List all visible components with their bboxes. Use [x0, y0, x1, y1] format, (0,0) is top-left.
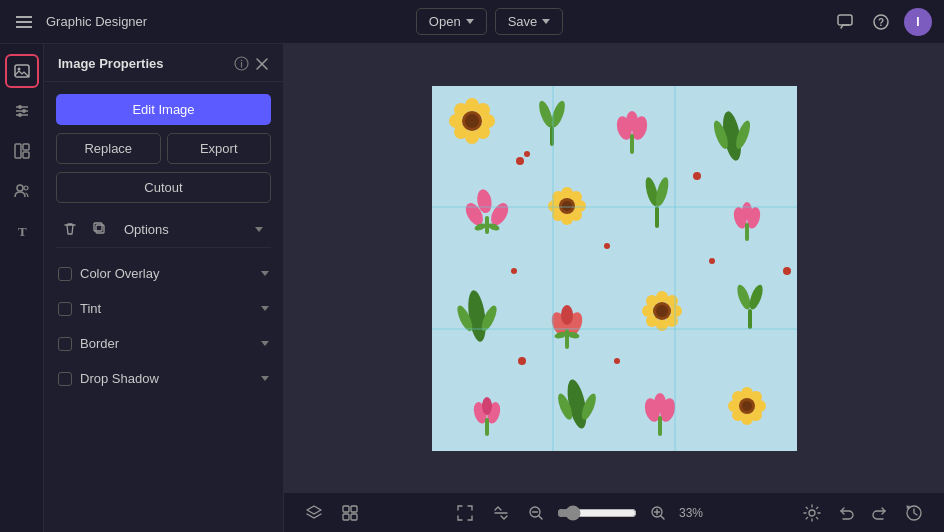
svg-rect-129: [351, 506, 357, 512]
sidebar-adjust-button[interactable]: [5, 94, 39, 128]
history-button[interactable]: [900, 499, 928, 527]
trash-icon: [62, 221, 78, 237]
export-button[interactable]: Export: [167, 133, 272, 164]
properties-panel: Image Properties Edit Im: [44, 44, 284, 532]
zoom-out-icon: [528, 505, 544, 521]
props-header: Image Properties: [44, 44, 283, 82]
chat-button[interactable]: [832, 9, 858, 35]
zoom-slider[interactable]: [557, 505, 637, 521]
tint-chevron-icon: [261, 306, 269, 311]
svg-point-62: [562, 201, 572, 211]
svg-point-10: [18, 113, 22, 117]
canvas-viewport: [284, 44, 944, 492]
save-button[interactable]: Save: [495, 8, 564, 35]
hamburger-menu-button[interactable]: [12, 12, 36, 32]
open-button[interactable]: Open: [416, 8, 487, 35]
user-avatar[interactable]: I: [904, 8, 932, 36]
adjust-icon: [13, 102, 31, 120]
sidebar-image-button[interactable]: [5, 54, 39, 88]
svg-point-4: [17, 68, 20, 71]
border-checkbox[interactable]: [58, 337, 72, 351]
border-left: Border: [58, 336, 119, 351]
props-info-button[interactable]: [234, 56, 249, 71]
svg-point-120: [614, 358, 620, 364]
drop-shadow-checkbox[interactable]: [58, 372, 72, 386]
svg-rect-69: [745, 223, 749, 241]
color-overlay-label: Color Overlay: [80, 266, 159, 281]
svg-point-122: [709, 258, 715, 264]
svg-point-19: [241, 60, 243, 62]
props-panel-title: Image Properties: [58, 56, 164, 71]
border-chevron-icon: [261, 341, 269, 346]
grid-button[interactable]: [336, 499, 364, 527]
history-icon: [905, 504, 923, 522]
settings-button[interactable]: [798, 499, 826, 527]
drop-shadow-chevron-icon: [261, 376, 269, 381]
info-icon: [234, 56, 249, 71]
app-title: Graphic Designer: [46, 14, 147, 29]
topbar-center: Open Save: [416, 8, 563, 35]
svg-point-95: [482, 397, 492, 415]
topbar-right: ? I: [832, 8, 932, 36]
svg-point-41: [626, 111, 638, 131]
sidebar-layout-button[interactable]: [5, 134, 39, 168]
svg-rect-131: [351, 514, 357, 520]
hamburger-icon: [16, 16, 32, 28]
color-overlay-row[interactable]: Color Overlay: [56, 260, 271, 287]
delete-button[interactable]: [58, 217, 82, 241]
svg-text:?: ?: [878, 17, 884, 28]
color-overlay-left: Color Overlay: [58, 266, 159, 281]
cutout-button[interactable]: Cutout: [56, 172, 271, 203]
svg-point-102: [654, 393, 666, 413]
bottombar-right: [798, 499, 928, 527]
drop-shadow-row[interactable]: Drop Shadow: [56, 365, 271, 392]
svg-point-68: [742, 202, 752, 220]
svg-point-118: [693, 172, 701, 180]
layers-button[interactable]: [300, 499, 328, 527]
svg-point-121: [518, 357, 526, 365]
edit-image-button[interactable]: Edit Image: [56, 94, 271, 125]
options-button[interactable]: Options: [118, 218, 269, 241]
tint-checkbox[interactable]: [58, 302, 72, 316]
tint-row[interactable]: Tint: [56, 295, 271, 322]
svg-point-6: [18, 105, 22, 109]
fit-screen-button[interactable]: [451, 499, 479, 527]
chat-icon: [836, 13, 854, 31]
save-label: Save: [508, 14, 538, 29]
undo-button[interactable]: [832, 499, 860, 527]
open-chevron-icon: [466, 19, 474, 24]
undo-icon: [837, 504, 855, 522]
props-close-button[interactable]: [255, 57, 269, 71]
image-icon: [13, 62, 31, 80]
svg-rect-103: [658, 416, 662, 436]
svg-point-123: [783, 267, 791, 275]
main: T Image Properties: [0, 44, 944, 532]
sidebar-text-button[interactable]: T: [5, 214, 39, 248]
open-label: Open: [429, 14, 461, 29]
svg-point-117: [604, 243, 610, 249]
color-overlay-checkbox[interactable]: [58, 267, 72, 281]
svg-rect-42: [630, 134, 634, 154]
zoom-out-button[interactable]: [523, 500, 549, 526]
sidebar-users-button[interactable]: [5, 174, 39, 208]
svg-point-14: [17, 185, 23, 191]
svg-rect-23: [94, 223, 102, 231]
resize-button[interactable]: [487, 499, 515, 527]
border-row[interactable]: Border: [56, 330, 271, 357]
help-button[interactable]: ?: [868, 9, 894, 35]
drop-shadow-label: Drop Shadow: [80, 371, 159, 386]
canvas-area: 33%: [284, 44, 944, 532]
redo-button[interactable]: [866, 499, 894, 527]
svg-point-139: [809, 510, 815, 516]
layout-icon: [13, 142, 31, 160]
save-chevron-icon: [542, 19, 550, 24]
options-chevron-icon: [255, 227, 263, 232]
zoom-in-button[interactable]: [645, 500, 671, 526]
duplicate-button[interactable]: [88, 217, 112, 241]
svg-rect-12: [23, 144, 29, 150]
tint-left: Tint: [58, 301, 101, 316]
color-overlay-chevron-icon: [261, 271, 269, 276]
replace-button[interactable]: Replace: [56, 133, 161, 164]
layers-icon: [305, 504, 323, 522]
close-icon: [255, 57, 269, 71]
